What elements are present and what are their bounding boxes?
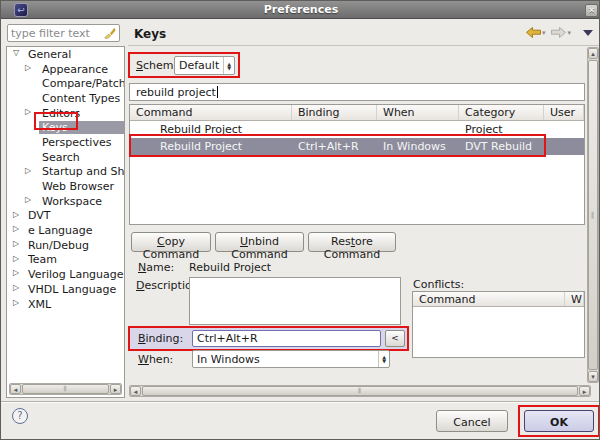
column-header-when[interactable]: When [377,105,459,120]
tree-item-startup-and-shutdo[interactable]: ▷Startup and Shutdo [7,165,124,180]
horizontal-scroll-thumb[interactable]: ⦀ [142,386,578,396]
filter-input[interactable]: type filter text [7,24,120,42]
conflicts-column-header-w[interactable]: W [565,292,584,306]
tree-item-keys[interactable]: Keys [7,120,124,135]
tree-item-label: Perspectives [42,136,111,149]
panel-horizontal-scrollbar[interactable]: ◂ ⦀ ▸ [129,385,591,397]
expand-icon[interactable]: ▷ [25,63,31,72]
expand-icon[interactable]: ▷ [13,268,19,277]
expand-icon[interactable]: ▷ [13,210,19,219]
cell-category: DVT Rebuild [459,140,544,153]
cancel-button[interactable]: Cancel [436,410,508,432]
bindings-table-header[interactable]: CommandBindingWhenCategoryUser [130,105,584,121]
title-bar[interactable]: ↩ Preferences ✕ [1,1,600,19]
filter-placeholder: type filter text [11,27,103,40]
binding-value: Ctrl+Alt+R [197,332,258,345]
tree-item-e-language[interactable]: ▷e Language [7,223,124,238]
tree-item-verilog-language[interactable]: ▷Verilog Language [7,267,124,282]
panel-vertical-scrollbar[interactable]: ▴ ‖ ▾ [587,47,599,383]
back-button[interactable]: ▾ [526,27,546,38]
tree-item-editors[interactable]: ▷Editors [7,106,124,121]
restore-command-button[interactable]: Restore Command [308,232,396,252]
when-select[interactable]: In Windows ▲▼ [192,350,390,368]
tree-item-label: Web Browser [42,180,114,193]
tree-item-label: e Language [28,224,93,237]
page-title: Keys [134,27,166,41]
cell-category: Project [459,123,544,136]
key-bindings-table[interactable]: CommandBindingWhenCategoryUser Rebuild P… [129,104,585,225]
tree-item-general[interactable]: ▽General [7,47,124,62]
tree-scroll-thumb[interactable]: ⦀ [22,384,109,394]
window-icon: ↩ [14,3,28,17]
conflicts-column-header-command[interactable]: Command [413,292,565,306]
expand-icon[interactable]: ▷ [13,298,19,307]
close-icon[interactable]: ✕ [585,4,598,17]
view-menu-icon[interactable] [583,30,593,36]
binding-input[interactable]: Ctrl+Alt+R [192,330,381,347]
ok-button[interactable]: OK [524,410,594,432]
column-header-command[interactable]: Command [130,105,292,120]
scroll-up-icon[interactable]: ▴ [588,48,598,59]
binding-row[interactable]: Rebuild ProjectProject [130,121,584,138]
column-header-binding[interactable]: Binding [292,105,377,120]
expand-icon[interactable]: ▷ [25,195,31,204]
tree-item-label: VHDL Language [28,283,116,296]
forward-button[interactable]: ▾ [551,27,571,38]
tree-item-compare-patch[interactable]: Compare/Patch [7,76,124,91]
clear-filter-brush-icon[interactable] [103,27,116,40]
binding-row[interactable]: Rebuild ProjectCtrl+Alt+RIn WindowsDVT R… [130,138,584,155]
expand-icon[interactable]: ▷ [13,224,19,233]
scroll-left-icon[interactable]: ◂ [130,386,141,396]
unbind-command-button[interactable]: Unbind Command [215,232,304,252]
tree-item-workspace[interactable]: ▷Workspace [7,194,124,209]
column-header-user[interactable]: User [544,105,584,120]
tree-item-vhdl-language[interactable]: ▷VHDL Language [7,282,124,297]
expand-icon[interactable]: ▷ [13,283,19,292]
expand-icon[interactable]: ▷ [25,107,31,116]
scroll-right-icon[interactable]: ▸ [579,386,590,396]
forward-dropdown-chevron-icon[interactable]: ▾ [567,29,571,37]
tree-item-dvt[interactable]: ▷DVT [7,209,124,224]
tree-item-team[interactable]: ▷Team [7,253,124,268]
combo-spinner-icon: ▲▼ [223,57,234,74]
header-separator [128,45,600,46]
copy-command-button[interactable]: Copy Command [131,232,211,252]
tree-item-appearance[interactable]: ▷Appearance [7,62,124,77]
scheme-value: Default [179,59,219,72]
tree-item-web-browser[interactable]: Web Browser [7,179,124,194]
cell-command: Rebuild Project [130,140,292,153]
tree-item-search[interactable]: Search [7,150,124,165]
column-header-category[interactable]: Category [459,105,544,120]
name-label: Name: [138,261,174,274]
tree-item-label: XML [28,298,51,311]
tree-item-label: Compare/Patch [42,77,125,90]
tree-item-xml[interactable]: ▷XML [7,297,124,312]
conflicts-table-header[interactable]: CommandW [413,292,584,307]
tree-item-run-debug[interactable]: ▷Run/Debug [7,238,124,253]
vertical-scroll-thumb[interactable]: ‖ [588,60,598,370]
preferences-tree: ▽General▷AppearanceCompare/PatchContent … [6,46,125,398]
tree-item-label: Keys [39,121,124,134]
conflicts-table[interactable]: CommandW [412,291,585,358]
forward-arrow-icon [551,27,566,38]
scroll-right-icon[interactable]: ▸ [110,384,121,394]
footer-separator [1,401,600,402]
when-label: When: [138,353,173,366]
tree-item-label: Search [42,151,80,164]
expand-icon[interactable]: ▷ [25,166,31,175]
tree-item-content-types[interactable]: Content Types [7,91,124,106]
expand-icon[interactable]: ▷ [13,239,19,248]
scroll-left-icon[interactable]: ◂ [10,384,21,394]
tree-item-perspectives[interactable]: Perspectives [7,135,124,150]
scheme-select[interactable]: Default ▲▼ [174,56,235,75]
help-icon[interactable]: ? [12,408,28,424]
description-textarea[interactable] [189,277,401,325]
tree-horizontal-scrollbar[interactable]: ◂ ⦀ ▸ [9,383,122,395]
expand-icon[interactable]: ▷ [13,254,19,263]
scroll-down-icon[interactable]: ▾ [588,371,598,382]
binding-expand-button[interactable]: < [385,330,405,347]
cell-binding: Ctrl+Alt+R [292,140,377,153]
back-dropdown-chevron-icon[interactable]: ▾ [542,29,546,37]
collapse-icon[interactable]: ▽ [13,48,19,57]
command-search-input[interactable]: rebuild project [129,83,585,101]
